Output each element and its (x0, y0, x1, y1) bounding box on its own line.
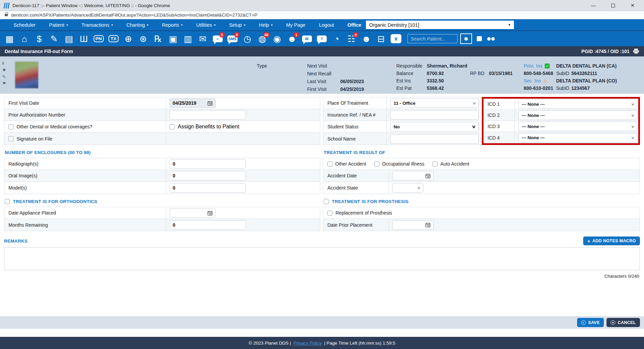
student-status-select[interactable]: No∨ (390, 122, 479, 131)
add-referral-icon[interactable]: ⊛ (136, 32, 151, 46)
nav-logout[interactable]: Logout (312, 22, 341, 28)
scan-documents-icon[interactable]: ▥ (180, 32, 195, 46)
add-notes-macro-button[interactable]: + ADD NOTES MACRO (583, 236, 640, 245)
edit-treatment-icon[interactable]: ✎ (47, 32, 61, 46)
icd4-label: ICD 4 (484, 132, 515, 143)
assign-benefits-checkbox[interactable] (170, 124, 175, 129)
office-select[interactable]: Organic Dentistry [101] ▼ (366, 21, 514, 29)
signature-on-file-checkbox[interactable] (8, 136, 14, 141)
nav-help[interactable]: Help▾ (252, 22, 279, 28)
sms-badge: 0 (234, 32, 240, 38)
remarks-header: REMARKS (4, 239, 28, 244)
visit-summary: Next Visit Next Recall Last Visit06/05/2… (307, 63, 364, 92)
sms-icon[interactable]: SMS0 (225, 32, 240, 46)
months-remaining-input[interactable] (170, 220, 246, 230)
send-claims-icon[interactable]: ✉ (195, 32, 210, 46)
nav-utilities[interactable]: Utilities▾ (190, 22, 222, 28)
eservices-icon[interactable]: ◉ (270, 32, 284, 46)
nav-scheduler[interactable]: Scheduler (7, 22, 42, 28)
date-appliance-input[interactable] (170, 208, 216, 218)
other-coverages-checkbox[interactable] (8, 124, 14, 129)
time-clock-icon[interactable]: ◷ (240, 32, 255, 46)
oral-images-input[interactable] (170, 171, 246, 180)
perio-chart-icon[interactable]: Ш (76, 32, 91, 46)
replacement-prosthesis-checkbox[interactable] (327, 210, 332, 216)
watch-icon[interactable]: W (299, 32, 314, 46)
primary-insurance-label[interactable]: Prim. Ins (524, 63, 542, 69)
auto-accident-checkbox[interactable] (432, 161, 438, 167)
patient-search-icon[interactable]: ☻ (460, 33, 472, 44)
save-button[interactable]: ✓ SAVE (577, 318, 604, 327)
icd3-select[interactable]: --- None ---∨ (518, 122, 637, 131)
models-input[interactable] (170, 183, 246, 193)
insurance-ref-input[interactable] (390, 110, 479, 120)
nav-setup[interactable]: Setup▾ (222, 22, 252, 28)
prescriptions-icon[interactable]: ℞ (151, 32, 166, 46)
occupational-illness-checkbox[interactable] (374, 161, 379, 167)
patient-add-icon[interactable]: ✚ (2, 68, 6, 72)
prosthesis-checkbox[interactable] (324, 199, 329, 204)
chevron-down-icon: ∨ (631, 125, 635, 128)
eclaims-icon[interactable]: ◍48 (255, 32, 270, 46)
toolbar-checkbox[interactable] (477, 36, 482, 41)
school-name-input[interactable] (390, 134, 479, 144)
chat-icon[interactable]: ≡0 (210, 32, 225, 46)
help-bubble-icon[interactable]: ? (314, 32, 329, 46)
calendar-icon[interactable] (425, 222, 430, 227)
other-accident-checkbox[interactable] (327, 161, 332, 167)
minimize-button[interactable]: — (591, 3, 596, 8)
fax-icon[interactable]: ▣ (166, 32, 180, 46)
icd1-select[interactable]: --- None ---∨ (518, 99, 637, 109)
secondary-phone: 800-610-0201 (524, 85, 553, 91)
oral-images-label: Oral Image(s) (4, 170, 166, 181)
patient-info-icon[interactable]: ℹ (2, 61, 6, 65)
orthodontics-checkbox[interactable] (5, 199, 10, 204)
icd2-label: ICD 2 (484, 110, 515, 121)
maximize-button[interactable] (611, 4, 615, 7)
home-icon[interactable]: ⌂ (17, 32, 32, 46)
nav-my-page[interactable]: My Page (279, 22, 312, 28)
progress-notes-icon[interactable]: PN (91, 32, 106, 46)
nav-reports[interactable]: Reports▾ (155, 22, 189, 28)
balance-label: Balance (396, 71, 427, 78)
first-visit-date-input[interactable]: 04/25/2019 (170, 98, 216, 108)
place-of-treatment-select[interactable]: 11 - Office∨ (390, 98, 479, 108)
inbox-icon[interactable]: ∨ (389, 32, 403, 46)
enclosures-table: Radiograph(s) Oral Image(s) Model(s) (4, 158, 320, 194)
icd4-select[interactable]: --- None ---∨ (518, 133, 637, 143)
staff-icon[interactable]: ☻ (359, 32, 374, 46)
radiographs-input[interactable] (170, 159, 246, 169)
payments-icon[interactable]: $ (32, 32, 47, 46)
privacy-policy-link[interactable]: Privacy Policy (293, 341, 322, 346)
close-button[interactable]: ✕ (630, 3, 635, 8)
patient-flag-icon[interactable]: ⚑ (2, 81, 6, 85)
calendar-icon[interactable] (207, 101, 213, 106)
secondary-insurance-label[interactable]: Sec. Ins (524, 78, 541, 83)
patient-edit-icon[interactable]: ✎ (2, 75, 6, 79)
print-icon[interactable] (633, 49, 639, 54)
nav-charting[interactable]: Charting▾ (120, 22, 155, 28)
browser-url-bar[interactable]: denticon.com/ASPX/Patients/AdvancedEditD… (0, 11, 644, 19)
calendar-icon[interactable] (207, 210, 213, 216)
accident-date-input[interactable] (392, 171, 434, 180)
icd2-select[interactable]: --- None ---∨ (518, 110, 637, 120)
nav-patient[interactable]: Patient▾ (42, 22, 75, 28)
treatment-plans-icon[interactable]: TX (106, 32, 121, 46)
nav-transactions[interactable]: Transactions▾ (75, 22, 120, 28)
print-queue-icon[interactable]: ⊟ (374, 32, 389, 46)
cancel-button[interactable]: ✕ CANCEL (606, 318, 640, 327)
patient-documents-icon[interactable]: ▤ (61, 32, 76, 46)
add-patient-icon[interactable]: ⊕ (121, 32, 136, 46)
accident-state-select[interactable]: ∨ (392, 183, 423, 193)
task-list-icon[interactable]: ☷0 (344, 32, 359, 46)
date-prior-placement-input[interactable] (392, 220, 434, 230)
group-search-icon[interactable]: ☻☻ (486, 35, 497, 42)
search-patient-input[interactable] (407, 34, 457, 43)
globe-time-icon[interactable]: ◔ (329, 32, 344, 46)
prior-auth-input[interactable] (170, 110, 246, 120)
next-visit-value (340, 63, 364, 69)
remarks-textarea[interactable] (4, 247, 640, 270)
support-icon[interactable]: ☻1 (284, 32, 299, 46)
calendar-icon[interactable] (425, 173, 430, 178)
schedule-icon[interactable]: ▦ (2, 32, 17, 46)
